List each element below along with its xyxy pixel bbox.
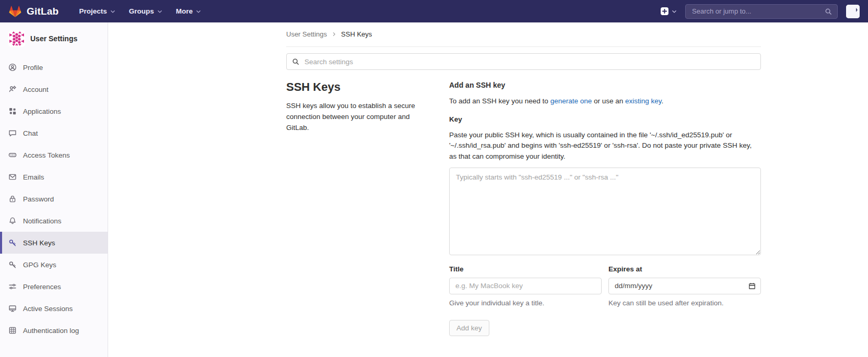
user-settings-avatar bbox=[8, 30, 25, 47]
sidebar-item-authentication-log[interactable]: Authentication log bbox=[0, 319, 108, 341]
generate-one-link[interactable]: generate one bbox=[550, 97, 592, 105]
search-icon bbox=[825, 8, 832, 15]
sidebar-item-label: Preferences bbox=[23, 283, 61, 291]
bell-icon bbox=[8, 217, 17, 225]
add-ssh-key-form: Add an SSH key To add an SSH key you nee… bbox=[449, 77, 761, 336]
settings-sidebar: User Settings Profile Account Applicatio… bbox=[0, 22, 108, 357]
sidebar-item-emails[interactable]: Emails bbox=[0, 166, 108, 188]
sidebar-item-password[interactable]: Password bbox=[0, 188, 108, 210]
new-item-menu-button[interactable] bbox=[660, 7, 677, 16]
title-input[interactable] bbox=[449, 278, 602, 294]
account-icon bbox=[8, 85, 17, 93]
expires-field: Expires at dd/mm/yyyy Key can still be u… bbox=[608, 265, 761, 307]
chevron-down-icon bbox=[110, 9, 115, 14]
global-search-box bbox=[685, 4, 838, 19]
key-icon bbox=[8, 260, 17, 269]
main-content: User Settings SSH Keys SSH Keys SSH keys… bbox=[286, 22, 761, 336]
key-field-help: Paste your public SSH key, which is usua… bbox=[449, 130, 761, 162]
expires-date-input[interactable]: dd/mm/yyyy bbox=[608, 278, 761, 294]
ssh-keys-intro-column: SSH Keys SSH keys allow you to establish… bbox=[286, 77, 449, 336]
breadcrumb-user-settings[interactable]: User Settings bbox=[286, 30, 327, 38]
page-description: SSH keys allow you to establish a secure… bbox=[286, 101, 432, 134]
ssh-key-textarea[interactable] bbox=[449, 168, 761, 255]
gitlab-tanuki-logo-icon bbox=[8, 5, 22, 18]
monitor-icon bbox=[8, 304, 17, 313]
settings-search-box bbox=[286, 53, 761, 70]
plus-square-icon bbox=[660, 7, 669, 16]
sidebar-item-account[interactable]: Account bbox=[0, 78, 108, 100]
calendar-icon[interactable] bbox=[748, 282, 756, 290]
user-avatar[interactable] bbox=[846, 5, 860, 18]
sidebar-item-chat[interactable]: Chat bbox=[0, 122, 108, 144]
sidebar-nav: Profile Account Applications Chat Access… bbox=[0, 56, 108, 341]
title-field-help: Give your individual key a title. bbox=[449, 299, 602, 307]
nav-more-label: More bbox=[176, 7, 193, 15]
sidebar-item-label: Account bbox=[23, 86, 49, 93]
sidebar-header: User Settings bbox=[0, 22, 108, 53]
form-section-title: Add an SSH key bbox=[449, 81, 761, 89]
profile-icon bbox=[8, 63, 17, 72]
form-intro-text: To add an SSH key you need to generate o… bbox=[449, 97, 761, 105]
nav-more-menu[interactable]: More bbox=[176, 7, 201, 15]
nav-projects-label: Projects bbox=[79, 7, 107, 15]
sidebar-item-notifications[interactable]: Notifications bbox=[0, 210, 108, 232]
sidebar-item-ssh-keys[interactable]: SSH Keys bbox=[0, 232, 108, 254]
sidebar-item-label: Authentication log bbox=[23, 327, 79, 335]
page-title: SSH Keys bbox=[286, 80, 432, 94]
nav-projects-menu[interactable]: Projects bbox=[79, 7, 115, 15]
search-icon bbox=[292, 58, 299, 65]
expires-field-label: Expires at bbox=[608, 265, 761, 273]
sidebar-item-label: Active Sessions bbox=[23, 305, 73, 313]
sliders-icon bbox=[8, 282, 17, 291]
brand-name: GitLab bbox=[27, 6, 58, 17]
nav-groups-label: Groups bbox=[129, 7, 154, 15]
key-field-label: Key bbox=[449, 115, 761, 123]
key-icon bbox=[8, 239, 17, 247]
sidebar-item-label: Profile bbox=[23, 64, 43, 72]
intro-pre: To add an SSH key you need to bbox=[449, 97, 550, 105]
applications-icon bbox=[8, 107, 17, 115]
sidebar-item-label: SSH Keys bbox=[23, 239, 55, 247]
title-field-label: Title bbox=[449, 265, 602, 273]
nav-groups-menu[interactable]: Groups bbox=[129, 7, 162, 15]
gitlab-home-link[interactable]: GitLab bbox=[8, 5, 58, 18]
sidebar-item-label: Emails bbox=[23, 173, 44, 181]
existing-key-link[interactable]: existing key bbox=[625, 97, 662, 105]
log-icon bbox=[8, 326, 17, 335]
breadcrumb: User Settings SSH Keys bbox=[286, 22, 761, 47]
sidebar-item-gpg-keys[interactable]: GPG Keys bbox=[0, 254, 108, 276]
breadcrumb-current: SSH Keys bbox=[341, 30, 372, 38]
intro-mid: or use an bbox=[592, 97, 625, 105]
sidebar-item-label: Chat bbox=[23, 129, 38, 137]
global-search-input[interactable] bbox=[691, 7, 820, 16]
sidebar-item-active-sessions[interactable]: Active Sessions bbox=[0, 298, 108, 319]
sidebar-item-access-tokens[interactable]: Access Tokens bbox=[0, 144, 108, 166]
chevron-down-icon bbox=[672, 9, 677, 14]
title-field: Title Give your individual key a title. bbox=[449, 265, 602, 307]
chat-icon bbox=[8, 129, 17, 137]
sidebar-item-label: Password bbox=[23, 195, 54, 203]
sidebar-title: User Settings bbox=[30, 34, 77, 43]
lock-icon bbox=[8, 195, 17, 203]
top-navbar: GitLab Projects Groups More bbox=[0, 0, 868, 22]
chevron-down-icon bbox=[196, 9, 201, 14]
token-icon bbox=[8, 151, 17, 159]
sidebar-item-label: Applications bbox=[23, 108, 61, 115]
intro-post: . bbox=[662, 97, 664, 105]
settings-search-input[interactable] bbox=[303, 57, 755, 66]
sidebar-item-label: GPG Keys bbox=[23, 261, 56, 269]
chevron-right-icon bbox=[332, 32, 336, 37]
expires-field-help: Key can still be used after expiration. bbox=[608, 299, 761, 307]
add-key-button[interactable]: Add key bbox=[449, 320, 489, 336]
sidebar-item-profile[interactable]: Profile bbox=[0, 56, 108, 78]
sidebar-item-label: Notifications bbox=[23, 217, 62, 225]
sidebar-item-preferences[interactable]: Preferences bbox=[0, 276, 108, 298]
email-icon bbox=[8, 173, 17, 181]
sidebar-item-label: Access Tokens bbox=[23, 151, 70, 159]
date-placeholder-text: dd/mm/yyyy bbox=[615, 282, 652, 290]
sidebar-item-applications[interactable]: Applications bbox=[0, 100, 108, 122]
chevron-down-icon bbox=[157, 9, 162, 14]
